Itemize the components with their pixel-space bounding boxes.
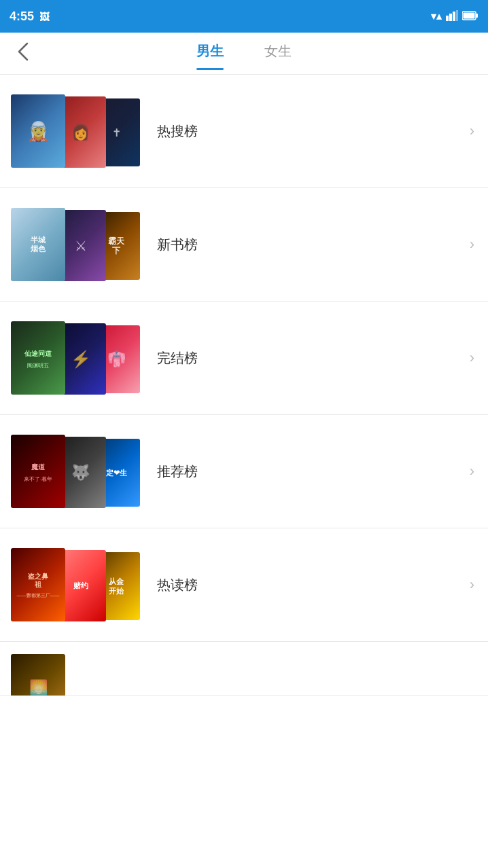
- status-left: 4:55 🖼: [10, 10, 50, 24]
- book-covers-new-books: 半城烟色 ⚔ 霸天下: [11, 200, 137, 289]
- book-covers-hot-search: 🧝 👩 ✝: [11, 87, 137, 175]
- chevron-icon: ›: [470, 463, 474, 480]
- list-item-partial[interactable]: 🌅: [0, 642, 488, 696]
- svg-rect-2: [453, 12, 455, 21]
- completed-label: 完结榜: [137, 349, 470, 367]
- status-right: ▾▴: [431, 10, 478, 23]
- svg-rect-6: [464, 12, 475, 18]
- chevron-icon: ›: [470, 236, 474, 253]
- book-covers-hot-read: 盗之鼻祖 ——酆都第三厂—— 赌约 从金开始: [11, 541, 137, 629]
- book-cover-partial-1: 🌅: [11, 654, 65, 696]
- book-cover-1: 半城烟色: [11, 208, 65, 281]
- chevron-icon: ›: [470, 576, 474, 594]
- list-item-hot-search[interactable]: 🧝 👩 ✝ 热搜榜 ›: [0, 75, 488, 188]
- book-cover-1: 盗之鼻祖 ——酆都第三厂——: [11, 548, 65, 621]
- list-item-recommended[interactable]: 魔道 来不了·暮年 🐺 定❤生 推荐榜 ›: [0, 415, 488, 528]
- chevron-icon: ›: [470, 349, 474, 367]
- svg-rect-3: [456, 10, 458, 21]
- book-covers-partial: 🌅: [11, 654, 137, 696]
- book-covers-completed: 仙途同道 陶渊明五 ⚡ 👘: [11, 314, 137, 402]
- list-item-hot-read[interactable]: 盗之鼻祖 ——酆都第三厂—— 赌约 从金开始 热读榜 ›: [0, 528, 488, 642]
- tab-group: 男生 女生: [0, 42, 488, 65]
- list-item-completed[interactable]: 仙途同道 陶渊明五 ⚡ 👘 完结榜 ›: [0, 302, 488, 415]
- time-display: 4:55: [10, 10, 34, 24]
- hot-search-label: 热搜榜: [137, 122, 470, 141]
- hot-read-label: 热读榜: [137, 576, 470, 594]
- list-item-new-books[interactable]: 半城烟色 ⚔ 霸天下 新书榜 ›: [0, 188, 488, 302]
- tab-female[interactable]: 女生: [264, 42, 292, 65]
- back-button[interactable]: [11, 35, 35, 72]
- status-bar: 4:55 🖼 ▾▴: [0, 0, 488, 33]
- photo-icon: 🖼: [39, 11, 50, 22]
- book-covers-recommended: 魔道 来不了·暮年 🐺 定❤生: [11, 427, 137, 516]
- book-cover-1: 🧝: [11, 94, 65, 168]
- svg-rect-5: [476, 14, 478, 18]
- book-cover-1: 魔道 来不了·暮年: [11, 435, 65, 508]
- top-navigation: 男生 女生: [0, 33, 488, 75]
- rank-list: 🧝 👩 ✝ 热搜榜 › 半城烟色 ⚔ 霸: [0, 75, 488, 696]
- chevron-icon: ›: [470, 122, 474, 140]
- tab-male[interactable]: 男生: [196, 42, 224, 65]
- svg-rect-1: [449, 14, 452, 21]
- svg-rect-0: [446, 16, 449, 21]
- wifi-icon: ▾▴: [431, 10, 442, 22]
- battery-icon: [462, 11, 478, 22]
- new-books-label: 新书榜: [137, 236, 470, 254]
- signal-icon: [446, 10, 458, 23]
- recommended-label: 推荐榜: [137, 463, 470, 481]
- book-cover-1: 仙途同道 陶渊明五: [11, 321, 65, 395]
